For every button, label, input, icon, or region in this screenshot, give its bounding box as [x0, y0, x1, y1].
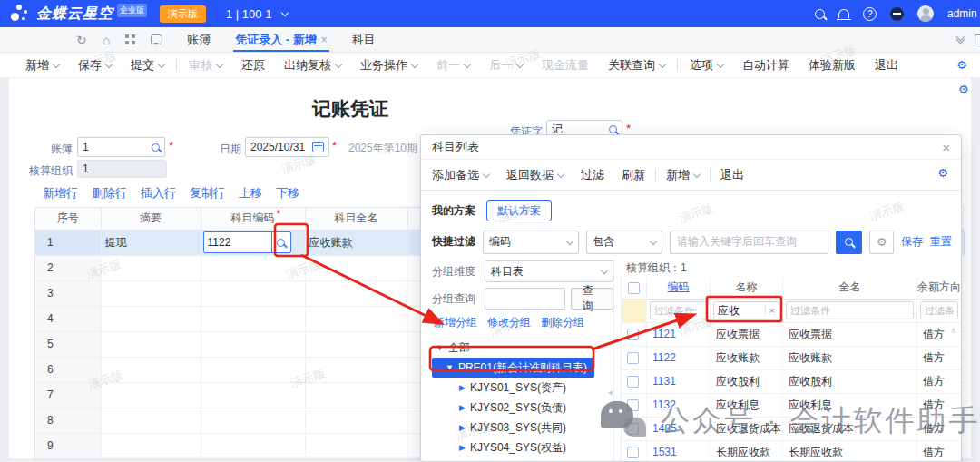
cell-summary[interactable]: [101, 357, 201, 382]
tree-node-4[interactable]: ▶KJYS03_SYS(共同): [432, 418, 613, 437]
grouplink-add-group[interactable]: 新增分组: [434, 315, 477, 330]
avatar[interactable]: [917, 5, 934, 22]
username[interactable]: admin: [947, 7, 978, 20]
tab-account[interactable]: 科目: [352, 27, 376, 52]
table-column-2[interactable]: 全名: [783, 277, 917, 299]
cell-account-fullname[interactable]: [305, 255, 407, 280]
rowaction-move-up[interactable]: 上移: [239, 185, 262, 202]
cell-code[interactable]: 1121: [647, 322, 710, 346]
checkbox[interactable]: [627, 399, 639, 411]
cell-summary[interactable]: [101, 331, 201, 357]
cell-name[interactable]: 应收账款: [710, 346, 783, 369]
org-switcher[interactable]: 1 | 100 1: [226, 7, 288, 21]
column-filter-input[interactable]: 过滤条件: [650, 301, 707, 319]
status-icon[interactable]: [890, 7, 904, 21]
help-icon[interactable]: ?: [863, 7, 877, 21]
cell-account-fullname[interactable]: [305, 408, 407, 433]
cell-summary[interactable]: [101, 280, 201, 306]
cell-direction[interactable]: 借方: [917, 417, 962, 440]
cell-summary[interactable]: [101, 433, 201, 458]
save-filter-link[interactable]: 保存: [901, 234, 923, 250]
filter-field-select[interactable]: 编码: [483, 231, 579, 254]
cell-direction[interactable]: 借方: [917, 346, 962, 369]
rowaction-delete-row[interactable]: 删除行: [92, 185, 127, 202]
lookup-icon[interactable]: [152, 143, 160, 152]
filter-settings-button[interactable]: ⚙: [869, 231, 894, 254]
cell-account-code[interactable]: [201, 357, 305, 382]
cell-summary[interactable]: [101, 408, 201, 433]
popup-toolbar-add-candidate[interactable]: 添加备选: [432, 167, 489, 183]
checkbox[interactable]: [627, 352, 639, 364]
cell-account-code[interactable]: [201, 255, 305, 280]
cell-account-code[interactable]: [201, 331, 305, 357]
page-settings-gear-icon[interactable]: ⚙: [958, 84, 969, 95]
cell-name[interactable]: 长期应收款: [710, 440, 783, 462]
toolbar-new-version[interactable]: 体验新版: [808, 57, 856, 74]
home-icon[interactable]: ⌂: [103, 34, 110, 46]
reset-filter-link[interactable]: 重置: [930, 234, 952, 250]
account-row[interactable]: 1132应收利息应收利息借方: [622, 393, 962, 417]
toolbar-settings-gear-icon[interactable]: ⚙: [956, 59, 967, 71]
tree-node-5[interactable]: ▶KJYS04_SYS(权益): [432, 437, 613, 457]
tree-node-1[interactable]: ▼PRE01(新会计准则科目表): [432, 358, 594, 378]
cell-account-code[interactable]: [201, 382, 305, 408]
cell-account-fullname[interactable]: [305, 433, 407, 458]
toolbar-save[interactable]: 保存: [78, 57, 112, 74]
cell-code[interactable]: 1132: [647, 393, 710, 417]
toolbar-new[interactable]: 新增: [25, 57, 59, 74]
table-column-0[interactable]: 编码: [647, 277, 710, 299]
toolbar-restore[interactable]: 还原: [241, 57, 265, 74]
expand-icon[interactable]: [975, 34, 980, 44]
group-search-input[interactable]: [485, 288, 565, 310]
cell-account-code[interactable]: [201, 408, 305, 433]
grouplink-delete-group[interactable]: 删除分组: [541, 315, 584, 330]
account-lookup-button[interactable]: [271, 231, 290, 253]
cell-account-fullname[interactable]: [305, 306, 407, 331]
table-column-1[interactable]: 名称: [710, 277, 783, 299]
rowaction-insert-row[interactable]: 插入行: [141, 185, 176, 202]
tree-node-0[interactable]: ▼全部: [432, 338, 613, 358]
date-field[interactable]: 2025/10/31: [245, 137, 329, 157]
toolbar-auto-calc[interactable]: 自动计算: [742, 57, 789, 74]
default-plan-button[interactable]: 默认方案: [486, 200, 552, 221]
cell-fullname[interactable]: 应收利息: [783, 393, 917, 417]
tab-voucher-entry[interactable]: 凭证录入 - 新增×: [235, 27, 328, 52]
cell-fullname[interactable]: 应收退货成本: [783, 417, 917, 440]
message-icon[interactable]: [151, 34, 162, 44]
column-filter-input[interactable]: 过滤条件: [786, 301, 914, 319]
toolbar-submit[interactable]: 提交: [131, 57, 164, 74]
cell-account-code[interactable]: [201, 433, 305, 458]
popup-toolbar-return-data[interactable]: 返回数据: [506, 167, 564, 183]
cell-fullname[interactable]: 应收股利: [783, 369, 917, 393]
notification-bell-icon[interactable]: [838, 9, 849, 18]
apps-grid-icon[interactable]: [125, 34, 135, 44]
popup-toolbar-refresh[interactable]: 刷新: [622, 167, 645, 183]
cell-code[interactable]: 1122: [647, 346, 710, 369]
tree-node-6[interactable]: ▶KJYS05_SYS(成本): [432, 457, 613, 462]
scroll-up-icon[interactable]: ∧: [950, 326, 956, 335]
grouplink-edit-group[interactable]: 修改分组: [487, 315, 531, 330]
table-column-3[interactable]: 余额方向: [917, 277, 962, 299]
cell-name[interactable]: 应收退货成本: [710, 417, 783, 440]
cell-direction[interactable]: 借方: [917, 369, 962, 393]
cell-account-fullname[interactable]: [305, 382, 407, 408]
account-row[interactable]: 1122应收账款应收账款借方: [622, 346, 962, 369]
close-icon[interactable]: ×: [942, 141, 950, 154]
cell-fullname[interactable]: 应收票据: [783, 322, 917, 346]
collapse-tabs-icon[interactable]: [957, 37, 964, 43]
panel-splitter[interactable]: [613, 260, 614, 461]
cell-code[interactable]: 1531: [647, 440, 710, 462]
column-filter-input[interactable]: 过滤条件: [920, 301, 958, 319]
account-row[interactable]: 1121应收票据应收票据借方: [622, 322, 962, 346]
cell-summary[interactable]: 提现: [101, 230, 201, 255]
toolbar-options[interactable]: 选项: [690, 57, 723, 74]
cell-direction[interactable]: 借方: [917, 393, 962, 417]
checkbox[interactable]: [627, 447, 639, 458]
keyword-search-input[interactable]: 请输入关键字后回车查询: [670, 231, 828, 254]
tab-close-icon[interactable]: ×: [321, 34, 328, 46]
popup-toolbar-new[interactable]: 新增: [666, 167, 700, 183]
account-row[interactable]: 1485应收退货成本应收退货成本借方: [622, 417, 962, 440]
popup-toolbar-filter[interactable]: 过滤: [581, 167, 604, 183]
checkbox[interactable]: [627, 329, 639, 340]
account-row[interactable]: 1131应收股利应收股利借方: [622, 369, 962, 393]
